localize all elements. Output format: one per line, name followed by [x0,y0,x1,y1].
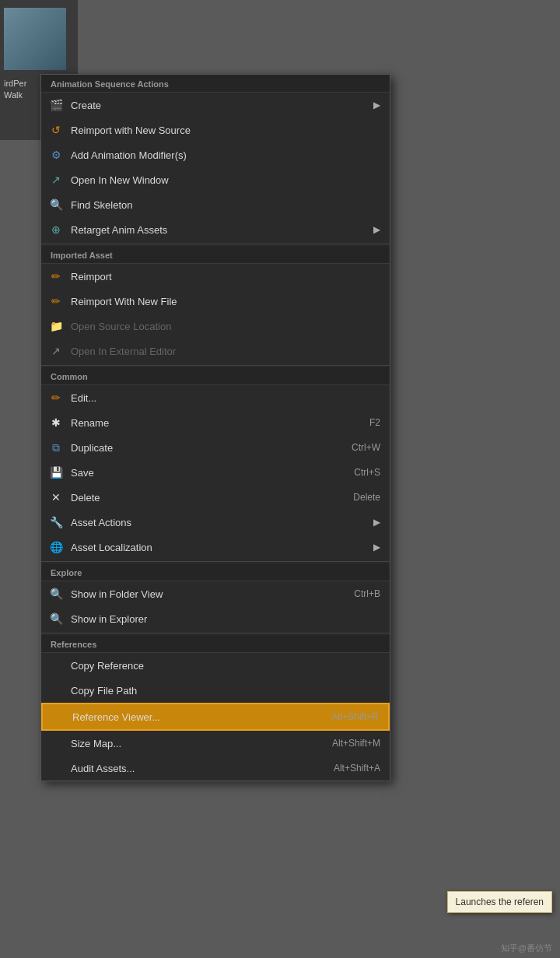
asset-localization-label: Asset Localization [71,542,367,553]
separator-4 [41,633,390,633]
section-header-imported: Imported Asset [41,246,390,264]
size-map-shortcut: Alt+Shift+M [332,738,380,749]
section-header-explore: Explore [41,563,390,581]
menu-item-show-explorer[interactable]: 🔍 Show in Explorer [41,606,390,631]
open-new-window-label: Open In New Window [71,174,380,186]
save-icon: 💾 [47,464,65,481]
menu-item-copy-file-path[interactable]: Copy File Path [41,678,390,703]
reimport-new-source-icon: ↺ [47,121,65,139]
reference-viewer-shortcut: Alt+Shift+R [331,711,379,722]
retarget-anim-label: Retarget Anim Assets [71,224,367,236]
tooltip: Launches the referen [447,891,552,913]
menu-item-edit[interactable]: ✏ Edit... [41,385,390,410]
show-explorer-label: Show in Explorer [71,613,380,625]
delete-shortcut: Delete [353,492,380,503]
separator-3 [41,561,390,562]
duplicate-label: Duplicate [71,442,336,454]
add-anim-modifier-label: Add Animation Modifier(s) [71,149,380,161]
reimport-new-file-label: Reimport With New File [71,296,380,307]
reference-viewer-label: Reference Viewer... [72,711,316,723]
open-external-editor-icon: ↗ [47,342,65,360]
menu-item-reimport-new-source[interactable]: ↺ Reimport with New Source [41,118,390,142]
separator-1 [41,244,390,244]
reimport-label: Reimport [71,271,380,282]
create-icon: 🎬 [47,97,65,114]
menu-item-reimport[interactable]: ✏ Reimport [41,264,390,289]
menu-item-save[interactable]: 💾 Save Ctrl+S [41,460,390,485]
menu-item-find-skeleton[interactable]: 🔍 Find Skeleton [41,192,390,217]
find-skeleton-icon: 🔍 [47,196,65,213]
copy-file-path-icon [47,682,65,699]
menu-item-retarget-anim[interactable]: ⊕ Retarget Anim Assets ▶ [41,217,390,242]
delete-label: Delete [71,492,338,504]
show-folder-view-icon: 🔍 [47,585,65,602]
menu-item-open-external-editor: ↗ Open In External Editor [41,339,390,363]
copy-reference-label: Copy Reference [71,660,380,672]
show-folder-view-shortcut: Ctrl+B [354,588,380,599]
find-skeleton-label: Find Skeleton [71,199,380,211]
menu-item-create[interactable]: 🎬 Create ▶ [41,93,390,118]
show-folder-view-label: Show in Folder View [71,588,338,600]
menu-item-asset-actions[interactable]: 🔧 Asset Actions ▶ [41,510,390,535]
show-explorer-icon: 🔍 [47,610,65,627]
save-shortcut: Ctrl+S [354,467,380,478]
asset-actions-label: Asset Actions [71,517,367,528]
thumbnail-image [4,8,66,70]
menu-item-open-new-window[interactable]: ↗ Open In New Window [41,167,390,192]
size-map-icon [47,735,65,752]
section-header-references: References [41,635,390,653]
audit-assets-icon [47,760,65,777]
asset-localization-arrow: ▶ [373,542,380,553]
add-anim-modifier-icon: ⚙ [47,146,65,163]
rename-icon: ✱ [47,414,65,431]
open-source-location-label: Open Source Location [71,321,380,332]
reimport-new-source-label: Reimport with New Source [71,125,380,136]
menu-item-reference-viewer[interactable]: Reference Viewer... Alt+Shift+R [41,703,390,731]
retarget-anim-arrow: ▶ [373,224,380,235]
audit-assets-label: Audit Assets... [71,763,318,774]
menu-item-delete[interactable]: ✕ Delete Delete [41,485,390,510]
menu-item-show-folder-view[interactable]: 🔍 Show in Folder View Ctrl+B [41,581,390,606]
duplicate-icon: ⧉ [47,439,65,456]
create-arrow: ▶ [373,100,380,111]
size-map-label: Size Map... [71,738,317,749]
reference-viewer-icon [49,708,66,725]
context-menu: Animation Sequence Actions 🎬 Create ▶ ↺ … [40,74,390,781]
asset-actions-arrow: ▶ [373,517,380,528]
open-source-location-icon: 📁 [47,318,65,335]
create-label: Create [71,100,367,111]
edit-label: Edit... [71,392,380,404]
menu-item-asset-localization[interactable]: 🌐 Asset Localization ▶ [41,535,390,560]
reimport-icon: ✏ [47,268,65,285]
copy-reference-icon [47,657,65,674]
menu-item-rename[interactable]: ✱ Rename F2 [41,410,390,435]
section-header-animation: Animation Sequence Actions [41,75,390,93]
reimport-new-file-icon: ✏ [47,293,65,310]
watermark: 知乎@番仿节 [501,942,552,954]
menu-item-size-map[interactable]: Size Map... Alt+Shift+M [41,731,390,756]
menu-item-audit-assets[interactable]: Audit Assets... Alt+Shift+A [41,756,390,781]
menu-item-duplicate[interactable]: ⧉ Duplicate Ctrl+W [41,435,390,460]
open-new-window-icon: ↗ [47,171,65,188]
audit-assets-shortcut: Alt+Shift+A [334,763,380,774]
asset-actions-icon: 🔧 [47,514,65,531]
thumbnail-label: irdPer Walk [4,78,26,102]
open-external-editor-label: Open In External Editor [71,346,380,357]
duplicate-shortcut: Ctrl+W [352,442,380,453]
delete-icon: ✕ [47,489,65,506]
asset-localization-icon: 🌐 [47,539,65,556]
section-header-common: Common [41,367,390,385]
retarget-anim-icon: ⊕ [47,221,65,238]
save-label: Save [71,467,338,479]
copy-file-path-label: Copy File Path [71,685,380,697]
rename-shortcut: F2 [369,417,380,428]
menu-item-reimport-new-file[interactable]: ✏ Reimport With New File [41,289,390,314]
menu-item-copy-reference[interactable]: Copy Reference [41,653,390,678]
separator-2 [41,365,390,366]
menu-item-open-source-location: 📁 Open Source Location [41,314,390,339]
menu-item-add-anim-modifier[interactable]: ⚙ Add Animation Modifier(s) [41,142,390,167]
edit-icon: ✏ [47,389,65,406]
rename-label: Rename [71,417,354,429]
